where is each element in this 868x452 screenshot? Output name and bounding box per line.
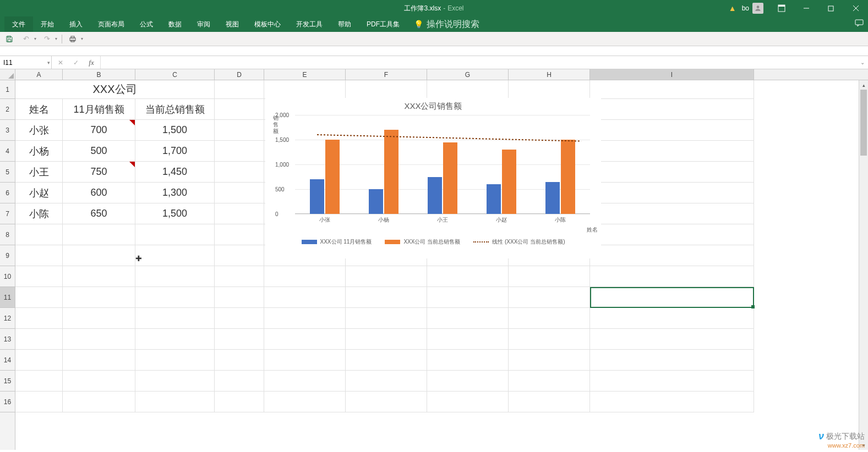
cell-D14[interactable] <box>215 350 264 371</box>
bar-series1-0[interactable] <box>310 179 324 214</box>
row-header-9[interactable]: 9 <box>0 245 15 266</box>
tab-template[interactable]: 模板中心 <box>247 16 288 32</box>
cell-B12[interactable] <box>63 308 135 329</box>
cell-A6[interactable]: 小赵 <box>15 183 63 203</box>
chart[interactable]: XXX公司销售额 销售额 05001,0001,5002,000 小张小杨小王小… <box>265 98 601 258</box>
cell-C12[interactable] <box>135 308 215 329</box>
cell-A1-merged[interactable]: XXX公司 <box>15 80 215 99</box>
cell-B2[interactable]: 11月销售额 <box>63 99 135 120</box>
cell-A8[interactable] <box>15 224 63 245</box>
cell-E15[interactable] <box>264 371 346 392</box>
tab-help[interactable]: 帮助 <box>330 16 359 32</box>
cell-I14[interactable] <box>590 350 754 371</box>
cell-C2[interactable]: 当前总销售额 <box>135 99 215 120</box>
row-header-4[interactable]: 4 <box>0 141 15 162</box>
row-header-3[interactable]: 3 <box>0 120 15 141</box>
column-header-I[interactable]: I <box>590 69 754 80</box>
cell-D9[interactable] <box>215 245 264 266</box>
cell-H11[interactable] <box>509 287 590 308</box>
cell-H15[interactable] <box>509 371 590 392</box>
bar-series2-1[interactable] <box>384 130 398 214</box>
bar-group-0[interactable]: 小张 <box>310 115 340 214</box>
select-all-button[interactable] <box>0 69 15 80</box>
cell-D1[interactable] <box>215 80 264 99</box>
avatar[interactable] <box>752 3 763 14</box>
cell-E11[interactable] <box>264 287 346 308</box>
cell-B13[interactable] <box>63 329 135 350</box>
ribbon-display-options-button[interactable] <box>769 0 794 16</box>
cell-D5[interactable] <box>215 162 264 183</box>
column-header-E[interactable]: E <box>264 69 346 80</box>
undo-button[interactable]: ↶ <box>20 33 32 45</box>
cell-A3[interactable]: 小张 <box>15 120 63 141</box>
scroll-thumb[interactable] <box>860 90 867 156</box>
cell-F14[interactable] <box>346 350 427 371</box>
enter-formula-button[interactable]: ✓ <box>69 56 83 69</box>
cell-I7[interactable] <box>590 203 754 224</box>
cell-B4[interactable]: 500 <box>63 141 135 162</box>
column-header-F[interactable]: F <box>346 69 427 80</box>
cell-I2[interactable] <box>590 99 754 120</box>
redo-button[interactable]: ↷ <box>41 33 53 45</box>
tab-view[interactable]: 视图 <box>218 16 247 32</box>
cell-H13[interactable] <box>509 329 590 350</box>
column-header-A[interactable]: A <box>15 69 63 80</box>
cell-A5[interactable]: 小王 <box>15 162 63 183</box>
minimize-button[interactable] <box>794 0 818 16</box>
cell-B9[interactable] <box>63 245 135 266</box>
cell-D15[interactable] <box>215 371 264 392</box>
bar-series2-3[interactable] <box>502 150 516 214</box>
insert-function-button[interactable]: fx <box>85 56 98 69</box>
cell-C16[interactable] <box>135 392 215 412</box>
bar-series2-2[interactable] <box>443 142 457 214</box>
cell-G14[interactable] <box>427 350 509 371</box>
cell-D12[interactable] <box>215 308 264 329</box>
cell-A13[interactable] <box>15 329 63 350</box>
cells-area[interactable]: XXX公司 姓名 11月销售额 当前总销售额 小张70 <box>15 80 868 450</box>
cell-I12[interactable] <box>590 308 754 329</box>
cell-B15[interactable] <box>63 371 135 392</box>
cell-C13[interactable] <box>135 329 215 350</box>
bar-series2-0[interactable] <box>325 140 340 214</box>
cell-A12[interactable] <box>15 308 63 329</box>
row-header-16[interactable]: 16 <box>0 392 15 412</box>
tab-review[interactable]: 审阅 <box>189 16 218 32</box>
cell-G15[interactable] <box>427 371 509 392</box>
cell-F15[interactable] <box>346 371 427 392</box>
print-preview-button[interactable] <box>67 33 79 45</box>
row-header-10[interactable]: 10 <box>0 266 15 287</box>
cell-C9[interactable] <box>135 245 215 266</box>
bar-series1-4[interactable] <box>545 182 560 214</box>
cell-H1[interactable] <box>509 80 590 99</box>
cell-A10[interactable] <box>15 266 63 287</box>
column-header-B[interactable]: B <box>63 69 135 80</box>
cell-B3[interactable]: 700 <box>63 120 135 141</box>
bar-group-3[interactable]: 小赵 <box>487 115 516 214</box>
tab-file[interactable]: 文件 <box>4 16 33 32</box>
cell-C4[interactable]: 1,700 <box>135 141 215 162</box>
cell-F10[interactable] <box>346 266 427 287</box>
column-header-D[interactable]: D <box>215 69 264 80</box>
bar-series1-1[interactable] <box>369 189 383 214</box>
tab-insert[interactable]: 插入 <box>62 16 90 32</box>
cell-D2[interactable] <box>215 99 264 120</box>
cell-D3[interactable] <box>215 120 264 141</box>
tab-data[interactable]: 数据 <box>161 16 189 32</box>
row-header-6[interactable]: 6 <box>0 183 15 203</box>
cell-B14[interactable] <box>63 350 135 371</box>
cell-D11[interactable] <box>215 287 264 308</box>
cancel-formula-button[interactable]: ✕ <box>54 56 67 69</box>
tab-page-layout[interactable]: 页面布局 <box>90 16 132 32</box>
row-header-2[interactable]: 2 <box>0 99 15 120</box>
row-header-1[interactable]: 1 <box>0 80 15 99</box>
cell-G11[interactable] <box>427 287 509 308</box>
cell-A16[interactable] <box>15 392 63 412</box>
cell-H16[interactable] <box>509 392 590 412</box>
column-header-H[interactable]: H <box>509 69 590 80</box>
cell-A15[interactable] <box>15 371 63 392</box>
cell-I16[interactable] <box>590 392 754 412</box>
row-header-7[interactable]: 7 <box>0 203 15 224</box>
cell-F13[interactable] <box>346 329 427 350</box>
cell-I6[interactable] <box>590 183 754 203</box>
cell-C7[interactable]: 1,500 <box>135 203 215 224</box>
